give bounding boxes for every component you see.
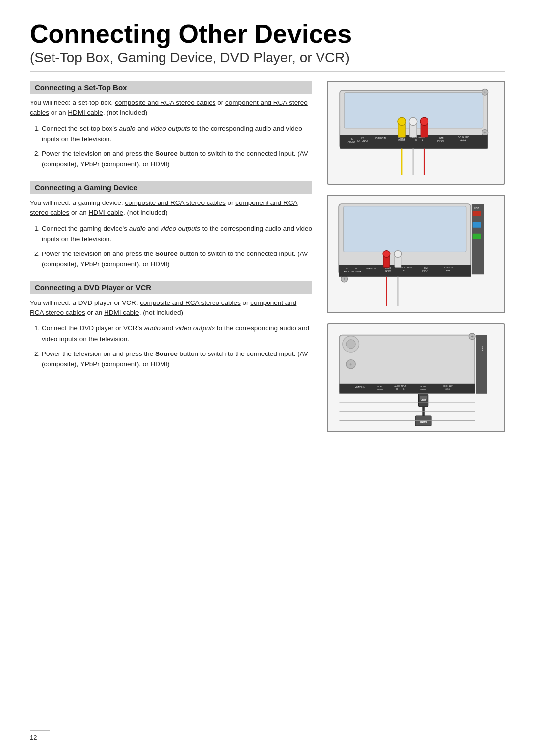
section-heading-gaming-device: Connecting a Gaming Device — [30, 181, 312, 194]
svg-rect-41 — [473, 211, 481, 216]
main-layout: Connecting a Set-Top Box You will need: … — [30, 81, 505, 432]
svg-point-61 — [383, 251, 390, 258]
section-gaming-device: Connecting a Gaming Device You will need… — [30, 181, 312, 270]
svg-text:⊕⊖⊕: ⊕⊖⊕ — [446, 269, 450, 272]
section-intro-dvd-vcr: You will need: a DVD player or VCR, comp… — [30, 298, 312, 318]
svg-text:VGA/PC IN: VGA/PC IN — [374, 137, 386, 140]
svg-rect-75 — [476, 335, 487, 394]
svg-point-63 — [394, 251, 402, 258]
svg-text:HDMI: HDMI — [420, 385, 425, 388]
svg-rect-42 — [473, 222, 481, 228]
svg-text:R: R — [403, 269, 405, 272]
svg-text:ANTENNA: ANTENNA — [357, 140, 368, 142]
steps-set-top-box: Connect the set-top box's audio and vide… — [30, 123, 312, 170]
page-subtitle: (Set-Top Box, Gaming Device, DVD Player,… — [30, 50, 505, 72]
step-2a: Power the television on and press the So… — [42, 149, 312, 170]
svg-text:INPUT: INPUT — [377, 388, 383, 391]
svg-point-71 — [346, 340, 355, 349]
diagram-svg-2: USB PC AUDIO TV ANTENNA VGA/PC IN VIDEO … — [332, 200, 500, 308]
svg-text:HDMI: HDMI — [438, 137, 444, 139]
section-set-top-box: Connecting a Set-Top Box You will need: … — [30, 81, 312, 170]
link-composite-rca-2: composite and RCA stereo cables — [125, 199, 225, 206]
section-intro-gaming-device: You will need: a gaming device, composit… — [30, 198, 312, 218]
svg-text:ANTENNA: ANTENNA — [351, 270, 361, 273]
section-heading-set-top-box: Connecting a Set-Top Box — [30, 81, 312, 94]
svg-point-28 — [420, 117, 428, 125]
svg-text:DC IN 12V: DC IN 12V — [458, 136, 469, 139]
svg-text:R: R — [396, 388, 398, 390]
step-2c: Power the television on and press the So… — [42, 349, 312, 370]
svg-text:INPUT: INPUT — [385, 270, 391, 272]
svg-text:HDMI: HDMI — [421, 399, 427, 402]
link-hdmi-1: HDMI cable — [68, 109, 103, 116]
svg-text:VIDEO: VIDEO — [377, 385, 383, 388]
bottom-divider — [20, 731, 515, 731]
svg-point-26 — [409, 117, 417, 125]
section-heading-dvd-vcr: Connecting a DVD Player or VCR — [30, 281, 312, 294]
svg-text:VGA/PC IN: VGA/PC IN — [355, 386, 365, 388]
svg-rect-77 — [339, 384, 475, 394]
diagram-svg-3: USB VGA/PC IN VIDEO INPUT AUDIO INPUT R … — [332, 328, 500, 427]
svg-text:AUDIO: AUDIO — [348, 141, 355, 143]
svg-text:VGA/PC IN: VGA/PC IN — [366, 267, 376, 270]
svg-text:INPUT: INPUT — [422, 270, 428, 272]
svg-text:USB: USB — [474, 207, 479, 210]
svg-text:AUDIO INPUT: AUDIO INPUT — [394, 385, 406, 387]
svg-text:AUDIO INPUT: AUDIO INPUT — [400, 267, 412, 269]
diagram-svg-1: PC AUDIO TV ANTENNA VGA/PC IN VIDEO INPU… — [332, 86, 500, 180]
section-intro-set-top-box: You will need: a set-top box, composite … — [30, 98, 312, 118]
diagram-gaming-device: USB PC AUDIO TV ANTENNA VGA/PC IN VIDEO … — [327, 195, 505, 313]
svg-text:INPUT: INPUT — [437, 140, 444, 142]
right-column: PC AUDIO TV ANTENNA VGA/PC IN VIDEO INPU… — [327, 81, 505, 432]
step-1a: Connect the set-top box's audio and vide… — [42, 123, 312, 145]
svg-text:AUDIO: AUDIO — [344, 270, 350, 273]
step-1c: Connect the DVD player or VCR's audio an… — [42, 323, 312, 344]
diagram-set-top-box: PC AUDIO TV ANTENNA VGA/PC IN VIDEO INPU… — [327, 81, 505, 185]
svg-text:PC: PC — [350, 138, 353, 140]
svg-text:⊕⊖⊕: ⊕⊖⊕ — [445, 388, 450, 390]
svg-point-24 — [398, 117, 406, 125]
svg-text:⊕⊖⊕: ⊕⊖⊕ — [460, 139, 466, 142]
step-2b: Power the television on and press the So… — [42, 249, 312, 270]
svg-text:INPUT: INPUT — [420, 388, 427, 391]
step-1b: Connect the gaming device's audio and vi… — [42, 223, 312, 245]
link-composite-rca-1: composite and RCA stereo cables — [115, 99, 215, 106]
page-title: Connecting Other Devices — [30, 20, 505, 48]
svg-text:TV: TV — [355, 267, 358, 270]
svg-text:INPUT: INPUT — [398, 139, 405, 142]
svg-rect-33 — [343, 206, 466, 252]
steps-dvd-vcr: Connect the DVD player or VCR's audio an… — [30, 323, 312, 369]
section-dvd-vcr: Connecting a DVD Player or VCR You will … — [30, 281, 312, 370]
svg-text:USB: USB — [481, 346, 483, 351]
svg-text:TV: TV — [361, 137, 364, 139]
svg-text:DC IN 12V: DC IN 12V — [443, 267, 453, 269]
diagram-dvd-vcr: USB VGA/PC IN VIDEO INPUT AUDIO INPUT R … — [327, 323, 505, 432]
svg-text:HDMI: HDMI — [423, 267, 428, 269]
svg-rect-43 — [473, 234, 481, 239]
link-composite-rca-3: composite and RCA stereo cables — [140, 299, 240, 306]
svg-text:PC: PC — [346, 267, 349, 270]
link-hdmi-3: HDMI cable — [104, 309, 139, 316]
link-hdmi-2: HDMI cable — [89, 209, 124, 216]
page-number: 12 — [30, 730, 50, 741]
steps-gaming-device: Connect the gaming device's audio and vi… — [30, 223, 312, 270]
left-column: Connecting a Set-Top Box You will need: … — [30, 81, 312, 381]
svg-text:DC IN 12V: DC IN 12V — [443, 385, 453, 387]
